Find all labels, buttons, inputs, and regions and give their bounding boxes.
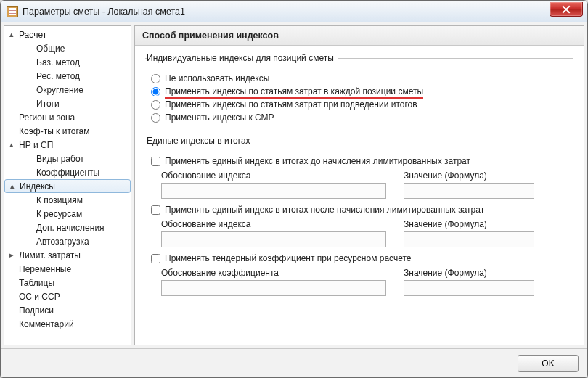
- tree-item-label: Итоги: [16, 99, 60, 109]
- tree-item[interactable]: ▴НР и СП: [4, 138, 131, 152]
- tree-item-label: Автозагрузка: [16, 237, 89, 247]
- tree-item[interactable]: ОС и ССР: [4, 289, 131, 303]
- tree-item[interactable]: Виды работ: [4, 152, 131, 165]
- nav-tree: ▴РасчетОбщиеБаз. методРес. методОкруглен…: [4, 25, 131, 345]
- body: ▴РасчетОбщиеБаз. методРес. методОкруглен…: [1, 22, 587, 348]
- tree-item-label: К позициям: [16, 195, 83, 205]
- radio-input[interactable]: [151, 113, 160, 123]
- field-pair: Обоснование индексаЗначение (Формула): [161, 219, 572, 247]
- tree-item[interactable]: Округление: [4, 83, 131, 96]
- tree-item-label: Комментарий: [16, 319, 74, 329]
- justification-input[interactable]: [161, 280, 386, 296]
- tree-item-label: Коэффициенты: [16, 168, 99, 178]
- close-icon: [562, 5, 571, 14]
- check-option: Применять тендерный коэффициент при ресу…: [151, 253, 572, 263]
- justification-input[interactable]: [161, 183, 386, 199]
- ok-button[interactable]: OK: [518, 355, 579, 372]
- tree-item-label: Лимит. затраты: [16, 250, 81, 260]
- close-button[interactable]: [550, 2, 583, 17]
- tree-item-label: НР и СП: [16, 140, 53, 150]
- tree-item-label: ОС и ССР: [16, 292, 60, 302]
- radio-input[interactable]: [151, 74, 160, 83]
- check-label[interactable]: Применять тендерный коэффициент при ресу…: [165, 253, 412, 263]
- radio-label[interactable]: Применять индексы по статьям затрат в ка…: [165, 86, 423, 96]
- radio-label[interactable]: Не использовать индексы: [165, 73, 269, 83]
- group-unified-legend: Единые индексы в итогах: [147, 136, 255, 146]
- field-label: Значение (Формула): [404, 268, 534, 278]
- tree-item[interactable]: ▴Индексы: [4, 179, 131, 193]
- tree-item[interactable]: Итоги: [4, 96, 131, 110]
- tree-item[interactable]: ▴Расчет: [4, 28, 131, 41]
- tree-item-label: Доп. начисления: [16, 223, 105, 233]
- group-individual-indexes: Индивидуальные индексы для позиций сметы…: [145, 53, 573, 127]
- field-label: Значение (Формула): [404, 219, 534, 229]
- panel-body: Индивидуальные индексы для позиций сметы…: [135, 46, 584, 345]
- tree-item[interactable]: Таблицы: [4, 276, 131, 289]
- field-label: Значение (Формула): [404, 170, 534, 181]
- tree-item-label: Общие: [16, 44, 65, 54]
- tree-item-label: Регион и зона: [16, 112, 75, 123]
- tree-item-label: Виды работ: [16, 154, 84, 164]
- tree-toggle-icon[interactable]: ▴: [7, 140, 16, 149]
- tree-item[interactable]: Баз. метод: [4, 55, 131, 69]
- tree-toggle-icon[interactable]: ▸: [7, 250, 16, 260]
- tree-item[interactable]: Коэффициенты: [4, 165, 131, 179]
- tree-item[interactable]: Подписи: [4, 303, 131, 317]
- tree-item[interactable]: Переменные: [4, 262, 131, 276]
- tree-item-label: Баз. метод: [16, 57, 80, 67]
- field-label: Обоснование индекса: [161, 219, 386, 229]
- check-label[interactable]: Применять единый индекс в итогах после н…: [165, 205, 484, 215]
- value-input[interactable]: [404, 183, 534, 199]
- check-input[interactable]: [151, 157, 160, 166]
- check-input[interactable]: [151, 205, 160, 215]
- tree-item[interactable]: ▸Лимит. затраты: [4, 248, 131, 262]
- tree-toggle-icon[interactable]: ▴: [8, 181, 17, 191]
- titlebar: Параметры сметы - Локальная смета1: [1, 1, 587, 22]
- app-window: Параметры сметы - Локальная смета1 ▴Расч…: [0, 0, 588, 378]
- radio-option: Не использовать индексы: [151, 73, 572, 83]
- value-input[interactable]: [404, 280, 534, 296]
- tree-item-label: Переменные: [16, 264, 71, 274]
- group-unified-indexes: Единые индексы в итогах Применять единый…: [145, 136, 573, 303]
- radio-input[interactable]: [151, 87, 160, 96]
- app-icon: [7, 6, 18, 17]
- radio-label[interactable]: Применять индексы по статьям затрат при …: [165, 99, 417, 110]
- tree-item[interactable]: К ресурсам: [4, 207, 131, 221]
- field-label: Обоснование индекса: [161, 170, 386, 181]
- group-individual-legend: Индивидуальные индексы для позиций сметы: [147, 53, 338, 63]
- tree-item-label: Расчет: [16, 30, 46, 40]
- field-pair: Обоснование коэффициентаЗначение (Формул…: [161, 268, 572, 296]
- radio-option: Применять индексы по статьям затрат при …: [151, 99, 572, 110]
- tree-item-label: К ресурсам: [16, 209, 82, 219]
- tree-item-label: Округление: [16, 85, 83, 95]
- field-label: Обоснование коэффициента: [161, 268, 386, 278]
- tree-item[interactable]: Коэф-ты к итогам: [4, 124, 131, 138]
- tree-item[interactable]: Рес. метод: [4, 69, 131, 83]
- value-input[interactable]: [404, 231, 534, 247]
- field-pair: Обоснование индексаЗначение (Формула): [161, 170, 572, 199]
- main-panel: Способ применения индексов Индивидуальны…: [134, 25, 584, 345]
- footer: OK: [1, 348, 587, 377]
- radio-option: Применять индексы по статьям затрат в ка…: [151, 86, 572, 96]
- tree-item-label: Подписи: [16, 305, 54, 316]
- tree-item[interactable]: Доп. начисления: [4, 221, 131, 234]
- check-option: Применять единый индекс в итогах после н…: [151, 205, 572, 215]
- window-title: Параметры сметы - Локальная смета1: [23, 7, 185, 17]
- tree-toggle-icon[interactable]: ▴: [7, 30, 16, 39]
- tree-item[interactable]: Комментарий: [4, 317, 131, 331]
- check-option: Применять единый индекс в итогах до начи…: [151, 156, 572, 166]
- tree-item[interactable]: К позициям: [4, 193, 131, 207]
- tree-item-label: Рес. метод: [16, 71, 80, 81]
- radio-label[interactable]: Применять индексы к СМР: [165, 112, 274, 123]
- radio-option: Применять индексы к СМР: [151, 112, 572, 123]
- tree-item-label: Таблицы: [16, 278, 54, 288]
- tree-item[interactable]: Автозагрузка: [4, 234, 131, 248]
- panel-header: Способ применения индексов: [135, 26, 584, 46]
- justification-input[interactable]: [161, 231, 386, 247]
- tree-item-label: Индексы: [17, 181, 55, 192]
- check-input[interactable]: [151, 254, 160, 263]
- check-label[interactable]: Применять единый индекс в итогах до начи…: [165, 156, 470, 166]
- tree-item[interactable]: Регион и зона: [4, 110, 131, 124]
- tree-item[interactable]: Общие: [4, 41, 131, 55]
- radio-input[interactable]: [151, 100, 160, 110]
